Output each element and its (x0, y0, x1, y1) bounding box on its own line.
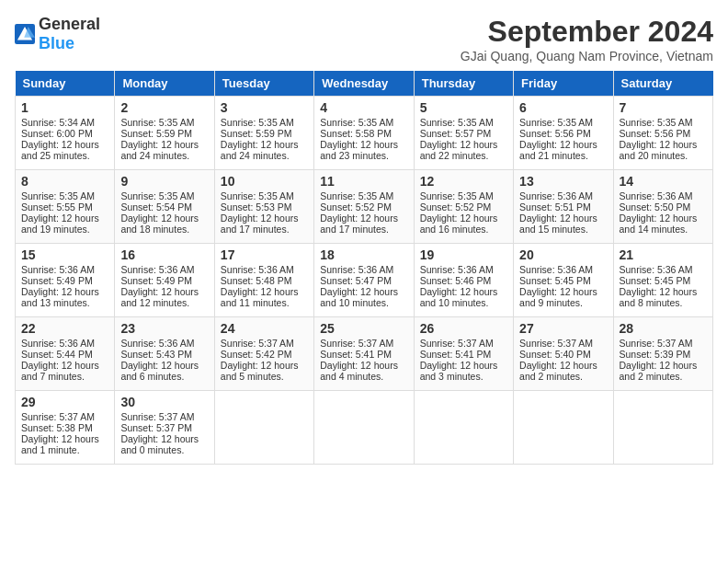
sunrise-text: Sunrise: 5:35 AM (221, 117, 294, 128)
day-number: 8 (21, 174, 108, 189)
sunset-text: Sunset: 5:41 PM (320, 349, 392, 360)
daylight-text: Daylight: 12 hours and 8 minutes. (620, 286, 698, 308)
daylight-text: Daylight: 12 hours and 4 minutes. (320, 360, 398, 382)
calendar-cell: 30 Sunrise: 5:37 AM Sunset: 5:37 PM Dayl… (115, 391, 214, 465)
calendar-cell (613, 391, 712, 465)
day-number: 11 (320, 174, 407, 189)
sunset-text: Sunset: 5:50 PM (620, 201, 691, 213)
day-number: 4 (320, 100, 407, 115)
day-number: 22 (21, 321, 108, 336)
sunrise-text: Sunrise: 5:37 AM (21, 411, 95, 422)
day-number: 6 (519, 100, 607, 115)
calendar-week-5: 29 Sunrise: 5:37 AM Sunset: 5:38 PM Dayl… (16, 391, 713, 465)
sunrise-text: Sunrise: 5:34 AM (21, 117, 95, 128)
sunrise-text: Sunrise: 5:36 AM (120, 338, 194, 349)
calendar-cell: 11 Sunrise: 5:35 AM Sunset: 5:52 PM Dayl… (314, 170, 414, 244)
daylight-text: Daylight: 12 hours and 21 minutes. (519, 139, 597, 161)
sunrise-text: Sunrise: 5:37 AM (120, 411, 194, 422)
col-thursday: Thursday (414, 71, 513, 97)
sunrise-text: Sunrise: 5:36 AM (420, 264, 494, 275)
sunset-text: Sunset: 5:52 PM (320, 201, 392, 213)
calendar-cell: 1 Sunrise: 5:34 AM Sunset: 6:00 PM Dayli… (16, 97, 115, 170)
calendar-cell: 26 Sunrise: 5:37 AM Sunset: 5:41 PM Dayl… (414, 317, 513, 391)
day-number: 14 (620, 174, 707, 189)
day-number: 29 (21, 395, 108, 409)
calendar-cell: 15 Sunrise: 5:36 AM Sunset: 5:49 PM Dayl… (16, 244, 115, 317)
calendar-cell: 20 Sunrise: 5:36 AM Sunset: 5:45 PM Dayl… (514, 244, 613, 317)
sunset-text: Sunset: 5:55 PM (21, 201, 93, 213)
sunset-text: Sunset: 5:43 PM (120, 349, 192, 360)
sunset-text: Sunset: 5:39 PM (620, 349, 691, 360)
month-year: September 2024 (461, 15, 713, 49)
daylight-text: Daylight: 12 hours and 2 minutes. (519, 360, 597, 382)
daylight-text: Daylight: 12 hours and 5 minutes. (221, 360, 299, 382)
calendar-cell: 21 Sunrise: 5:36 AM Sunset: 5:45 PM Dayl… (613, 244, 712, 317)
sunset-text: Sunset: 5:45 PM (620, 275, 691, 286)
sunrise-text: Sunrise: 5:37 AM (320, 338, 393, 349)
sunrise-text: Sunrise: 5:35 AM (120, 190, 194, 201)
calendar-cell: 23 Sunrise: 5:36 AM Sunset: 5:43 PM Dayl… (115, 317, 214, 391)
sunrise-text: Sunrise: 5:35 AM (221, 190, 294, 201)
calendar-cell: 29 Sunrise: 5:37 AM Sunset: 5:38 PM Dayl… (16, 391, 115, 465)
calendar-table: Sunday Monday Tuesday Wednesday Thursday… (15, 71, 713, 465)
daylight-text: Daylight: 12 hours and 17 minutes. (221, 213, 299, 235)
sunset-text: Sunset: 5:49 PM (21, 275, 93, 286)
daylight-text: Daylight: 12 hours and 14 minutes. (620, 213, 698, 235)
sunrise-text: Sunrise: 5:36 AM (120, 264, 194, 275)
daylight-text: Daylight: 12 hours and 23 minutes. (320, 139, 398, 161)
day-number: 21 (620, 247, 707, 262)
calendar-cell (514, 391, 613, 465)
calendar-cell: 25 Sunrise: 5:37 AM Sunset: 5:41 PM Dayl… (314, 317, 414, 391)
sunset-text: Sunset: 5:53 PM (221, 201, 292, 213)
daylight-text: Daylight: 12 hours and 0 minutes. (120, 433, 199, 455)
daylight-text: Daylight: 12 hours and 24 minutes. (120, 139, 199, 161)
sunset-text: Sunset: 5:56 PM (620, 128, 691, 139)
calendar-cell: 24 Sunrise: 5:37 AM Sunset: 5:42 PM Dayl… (214, 317, 313, 391)
sunrise-text: Sunrise: 5:37 AM (420, 338, 494, 349)
sunrise-text: Sunrise: 5:35 AM (320, 190, 393, 201)
day-number: 9 (120, 174, 208, 189)
sunset-text: Sunset: 5:52 PM (420, 201, 492, 213)
daylight-text: Daylight: 12 hours and 24 minutes. (221, 139, 299, 161)
calendar-cell: 16 Sunrise: 5:36 AM Sunset: 5:49 PM Dayl… (115, 244, 214, 317)
sunset-text: Sunset: 5:49 PM (120, 275, 192, 286)
sunset-text: Sunset: 5:44 PM (21, 349, 93, 360)
day-number: 20 (519, 247, 607, 262)
daylight-text: Daylight: 12 hours and 7 minutes. (21, 360, 99, 382)
daylight-text: Daylight: 12 hours and 9 minutes. (519, 286, 597, 308)
calendar-cell: 12 Sunrise: 5:35 AM Sunset: 5:52 PM Dayl… (414, 170, 513, 244)
sunrise-text: Sunrise: 5:36 AM (620, 264, 693, 275)
sunrise-text: Sunrise: 5:35 AM (620, 117, 693, 128)
col-saturday: Saturday (613, 71, 712, 97)
sunrise-text: Sunrise: 5:37 AM (620, 338, 693, 349)
title-section: September 2024 GJai Quang, Quang Nam Pro… (461, 15, 713, 63)
day-number: 24 (221, 321, 308, 336)
logo-general: General (39, 15, 100, 33)
page-header: General Blue September 2024 GJai Quang, … (15, 15, 713, 63)
day-number: 16 (120, 247, 208, 262)
calendar-cell: 3 Sunrise: 5:35 AM Sunset: 5:59 PM Dayli… (214, 97, 313, 170)
day-number: 1 (21, 100, 108, 115)
col-sunday: Sunday (16, 71, 115, 97)
day-number: 26 (420, 321, 507, 336)
daylight-text: Daylight: 12 hours and 10 minutes. (420, 286, 498, 308)
day-number: 2 (120, 100, 208, 115)
calendar-cell: 9 Sunrise: 5:35 AM Sunset: 5:54 PM Dayli… (115, 170, 214, 244)
day-number: 30 (120, 395, 208, 409)
sunset-text: Sunset: 5:51 PM (519, 201, 591, 213)
calendar-cell: 22 Sunrise: 5:36 AM Sunset: 5:44 PM Dayl… (16, 317, 115, 391)
sunrise-text: Sunrise: 5:36 AM (519, 264, 593, 275)
sunset-text: Sunset: 5:48 PM (221, 275, 292, 286)
calendar-week-1: 1 Sunrise: 5:34 AM Sunset: 6:00 PM Dayli… (16, 97, 713, 170)
calendar-cell: 14 Sunrise: 5:36 AM Sunset: 5:50 PM Dayl… (613, 170, 712, 244)
day-number: 28 (620, 321, 707, 336)
sunset-text: Sunset: 5:59 PM (120, 128, 192, 139)
sunset-text: Sunset: 5:42 PM (221, 349, 292, 360)
daylight-text: Daylight: 12 hours and 13 minutes. (21, 286, 99, 308)
calendar-cell (414, 391, 513, 465)
day-number: 5 (420, 100, 507, 115)
calendar-cell (214, 391, 313, 465)
daylight-text: Daylight: 12 hours and 2 minutes. (620, 360, 698, 382)
day-number: 23 (120, 321, 208, 336)
day-number: 13 (519, 174, 607, 189)
